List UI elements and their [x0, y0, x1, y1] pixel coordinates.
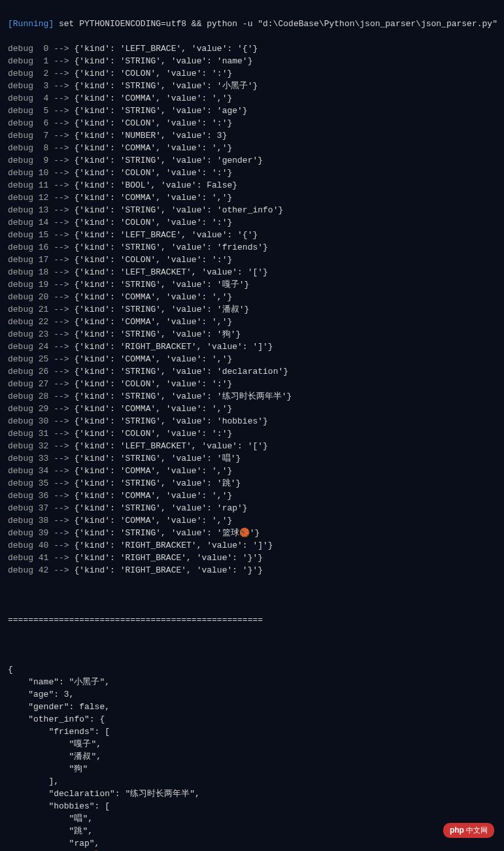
debug-content: {'kind': 'COLON', 'value': ':'}: [74, 118, 232, 128]
debug-content: {'kind': 'COMMA', 'value': ','}: [74, 292, 232, 302]
debug-prefix: debug 22 -->: [8, 317, 74, 327]
debug-line: debug 2 --> {'kind': 'COLON', 'value': '…: [8, 67, 496, 80]
terminal-output[interactable]: [Running] set PYTHONIOENCODING=utf8 && p…: [8, 5, 496, 851]
debug-prefix: debug 38 -->: [8, 516, 74, 526]
json-line: "hobbies": [: [8, 800, 496, 812]
debug-prefix: debug 8 -->: [8, 143, 74, 153]
debug-prefix: debug 36 -->: [8, 491, 74, 501]
debug-content: {'kind': 'RIGHT_BRACE', 'value': '}'}: [74, 565, 263, 575]
watermark-badge: php 中文网: [443, 823, 494, 838]
debug-prefix: debug 11 -->: [8, 180, 74, 190]
debug-line: debug 35 --> {'kind': 'STRING', 'value':…: [8, 477, 496, 490]
debug-line: debug 38 --> {'kind': 'COMMA', 'value': …: [8, 514, 496, 527]
debug-line: debug 25 --> {'kind': 'COMMA', 'value': …: [8, 353, 496, 365]
debug-content: {'kind': 'RIGHT_BRACKET', 'value': ']'}: [74, 342, 273, 352]
debug-prefix: debug 42 -->: [8, 565, 74, 575]
json-line: {: [8, 663, 496, 676]
debug-prefix: debug 5 -->: [8, 106, 74, 116]
debug-line: debug 5 --> {'kind': 'STRING', 'value': …: [8, 105, 496, 117]
json-line: "嘎子",: [8, 738, 496, 750]
debug-prefix: debug 33 -->: [8, 454, 74, 463]
debug-line: debug 31 --> {'kind': 'COLON', 'value': …: [8, 427, 496, 440]
debug-content: {'kind': 'COMMA', 'value': ','}: [74, 516, 232, 526]
debug-content: {'kind': 'STRING', 'value': 'other_info'…: [74, 205, 283, 215]
debug-line: debug 1 --> {'kind': 'STRING', 'value': …: [8, 55, 496, 67]
debug-prefix: debug 17 -->: [8, 255, 74, 265]
debug-content: {'kind': 'STRING', 'value': 'friends'}: [74, 242, 267, 252]
json-line: "gender": false,: [8, 701, 496, 713]
debug-line: debug 14 --> {'kind': 'COLON', 'value': …: [8, 216, 496, 229]
debug-content: {'kind': 'COMMA', 'value': ','}: [74, 317, 232, 327]
debug-line: debug 4 --> {'kind': 'COMMA', 'value': '…: [8, 92, 496, 105]
debug-line: debug 42 --> {'kind': 'RIGHT_BRACE', 'va…: [8, 564, 496, 576]
debug-prefix: debug 25 -->: [8, 354, 74, 364]
blank-line-2: [8, 639, 496, 651]
debug-line: debug 11 --> {'kind': 'BOOL', 'value': F…: [8, 179, 496, 192]
debug-prefix: debug 12 -->: [8, 193, 74, 203]
debug-line: debug 13 --> {'kind': 'STRING', 'value':…: [8, 204, 496, 216]
debug-content: {'kind': 'STRING', 'value': 'name'}: [74, 56, 252, 66]
debug-content: {'kind': 'BOOL', 'value': False}: [74, 180, 237, 190]
json-line: "跳",: [8, 825, 496, 837]
debug-line: debug 6 --> {'kind': 'COLON', 'value': '…: [8, 117, 496, 129]
debug-line: debug 33 --> {'kind': 'STRING', 'value':…: [8, 452, 496, 465]
debug-line: debug 37 --> {'kind': 'STRING', 'value':…: [8, 502, 496, 514]
debug-line: debug 39 --> {'kind': 'STRING', 'value':…: [8, 527, 496, 539]
debug-content: {'kind': 'STRING', 'value': '练习时长两年半'}: [74, 392, 292, 401]
debug-content: {'kind': 'LEFT_BRACKET', 'value': '['}: [74, 267, 267, 277]
running-status: [Running]: [8, 19, 54, 29]
debug-line: debug 8 --> {'kind': 'COMMA', 'value': '…: [8, 142, 496, 154]
debug-prefix: debug 21 -->: [8, 305, 74, 314]
debug-prefix: debug 28 -->: [8, 392, 74, 401]
debug-line: debug 26 --> {'kind': 'STRING', 'value':…: [8, 365, 496, 378]
json-line: "唱",: [8, 812, 496, 825]
separator-line: ========================================…: [8, 614, 496, 626]
blank-line-1: [8, 589, 496, 601]
command-text: set PYTHONIOENCODING=utf8 && python -u "…: [54, 19, 497, 29]
debug-prefix: debug 39 -->: [8, 528, 74, 538]
json-line: "other_info": {: [8, 713, 496, 726]
json-line: ],: [8, 775, 496, 788]
debug-content: {'kind': 'COLON', 'value': ':'}: [74, 69, 232, 78]
debug-line: debug 0 --> {'kind': 'LEFT_BRACE', 'valu…: [8, 42, 496, 55]
debug-prefix: debug 27 -->: [8, 379, 74, 389]
debug-prefix: debug 2 -->: [8, 69, 74, 78]
debug-prefix: debug 41 -->: [8, 553, 74, 563]
debug-content: {'kind': 'STRING', 'value': 'gender'}: [74, 156, 263, 165]
debug-content: {'kind': 'RIGHT_BRACKET', 'value': ']'}: [74, 541, 273, 550]
debug-content: {'kind': 'RIGHT_BRACE', 'value': '}'}: [74, 553, 263, 563]
debug-content: {'kind': 'STRING', 'value': 'age'}: [74, 106, 247, 116]
debug-prefix: debug 26 -->: [8, 367, 74, 376]
debug-content: {'kind': 'LEFT_BRACE', 'value': '{'}: [74, 230, 258, 240]
debug-content: {'kind': 'COLON', 'value': ':'}: [74, 168, 232, 178]
debug-prefix: debug 1 -->: [8, 56, 74, 66]
debug-line: debug 17 --> {'kind': 'COLON', 'value': …: [8, 254, 496, 266]
debug-content: {'kind': 'COMMA', 'value': ','}: [74, 466, 232, 476]
debug-content: {'kind': 'COLON', 'value': ':'}: [74, 429, 232, 439]
debug-content: {'kind': 'STRING', 'value': '小黑子'}: [74, 81, 258, 91]
debug-prefix: debug 40 -->: [8, 541, 74, 550]
debug-content: {'kind': 'STRING', 'value': 'rap'}: [74, 503, 247, 513]
json-line: "name": "小黑子",: [8, 676, 496, 688]
debug-line: debug 12 --> {'kind': 'COMMA', 'value': …: [8, 192, 496, 204]
debug-line: debug 23 --> {'kind': 'STRING', 'value':…: [8, 328, 496, 341]
debug-line: debug 40 --> {'kind': 'RIGHT_BRACKET', '…: [8, 539, 496, 552]
debug-prefix: debug 14 -->: [8, 218, 74, 227]
debug-prefix: debug 30 -->: [8, 416, 74, 426]
debug-content: {'kind': 'COMMA', 'value': ','}: [74, 491, 232, 501]
debug-line: debug 15 --> {'kind': 'LEFT_BRACE', 'val…: [8, 229, 496, 241]
debug-content: {'kind': 'STRING', 'value': '篮球🏀'}: [74, 528, 260, 538]
debug-prefix: debug 0 -->: [8, 44, 74, 54]
debug-line: debug 30 --> {'kind': 'STRING', 'value':…: [8, 415, 496, 427]
debug-content: {'kind': 'COLON', 'value': ':'}: [74, 379, 232, 389]
debug-content: {'kind': 'LEFT_BRACKET', 'value': '['}: [74, 441, 267, 451]
debug-content: {'kind': 'COMMA', 'value': ','}: [74, 404, 232, 414]
debug-prefix: debug 9 -->: [8, 156, 74, 165]
debug-line: debug 32 --> {'kind': 'LEFT_BRACKET', 'v…: [8, 440, 496, 452]
debug-line: debug 18 --> {'kind': 'LEFT_BRACKET', 'v…: [8, 266, 496, 278]
debug-line: debug 29 --> {'kind': 'COMMA', 'value': …: [8, 403, 496, 415]
debug-prefix: debug 13 -->: [8, 205, 74, 215]
debug-line: debug 21 --> {'kind': 'STRING', 'value':…: [8, 303, 496, 316]
debug-prefix: debug 15 -->: [8, 230, 74, 240]
debug-content: {'kind': 'STRING', 'value': '跳'}: [74, 478, 241, 488]
